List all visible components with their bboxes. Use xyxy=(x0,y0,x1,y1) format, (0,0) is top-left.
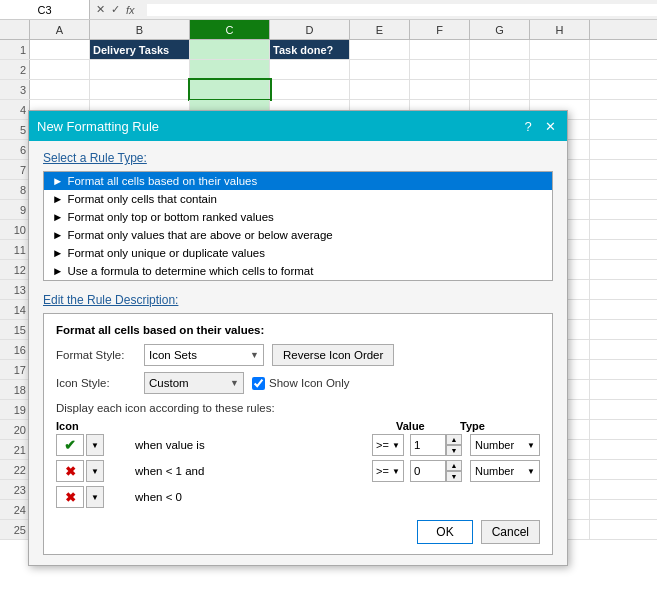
rule-type-arrow-2: ► xyxy=(52,193,63,205)
rule-type-item-4[interactable]: ► Format only values that are above or b… xyxy=(44,226,552,244)
format-style-label: Format Style: xyxy=(56,349,136,361)
cell-H2[interactable] xyxy=(530,60,590,79)
rule-type-item-3[interactable]: ► Format only top or bottom ranked value… xyxy=(44,208,552,226)
cancel-button[interactable]: Cancel xyxy=(481,520,540,544)
cell-E2[interactable] xyxy=(350,60,410,79)
cell-H1[interactable] xyxy=(530,40,590,59)
cell-F2[interactable] xyxy=(410,60,470,79)
spin-up-1[interactable]: ▲ xyxy=(446,434,462,445)
check-icon: ✔ xyxy=(64,437,76,453)
column-headers: A B C D E F G H xyxy=(0,20,657,40)
cell-D1[interactable]: Task done? xyxy=(270,40,350,59)
format-all-cells-title: Format all cells based on their values: xyxy=(56,324,540,336)
op-arrow-2: ▼ xyxy=(392,467,400,476)
value-input-1[interactable] xyxy=(411,435,445,455)
type-dropdown-2[interactable]: Number ▼ xyxy=(470,460,540,482)
show-icon-only-checkbox[interactable] xyxy=(252,377,265,390)
operator-value-1: >= xyxy=(376,439,389,451)
format-style-dropdown[interactable]: Icon Sets ▼ xyxy=(144,344,264,366)
icon-rule-row-2: ✖ ▼ when < 1 and >= ▼ ▲ ▼ Numb xyxy=(56,460,540,482)
dialog-footer: OK Cancel xyxy=(56,520,540,544)
icon-display-3: ✖ xyxy=(56,486,84,508)
col-header-A: A xyxy=(30,20,90,39)
icon-style-dropdown[interactable]: Custom ▼ xyxy=(144,372,244,394)
cell-C1[interactable] xyxy=(190,40,270,59)
reverse-icon-order-button[interactable]: Reverse Icon Order xyxy=(272,344,394,366)
icon-dropdown-btn-1[interactable]: ▼ xyxy=(86,434,104,456)
rule-type-item-1[interactable]: ► Format all cells based on their values xyxy=(44,172,552,190)
icon-style-arrow-icon: ▼ xyxy=(230,378,239,388)
type-dropdown-1[interactable]: Number ▼ xyxy=(470,434,540,456)
cell-G2[interactable] xyxy=(470,60,530,79)
ok-button[interactable]: OK xyxy=(417,520,472,544)
value-input-2[interactable] xyxy=(411,461,445,481)
col-header-C: C xyxy=(190,20,270,39)
rule-type-arrow-3: ► xyxy=(52,211,63,223)
icon-style-row: Icon Style: Custom ▼ Show Icon Only xyxy=(56,372,540,394)
format-style-row: Format Style: Icon Sets ▼ Reverse Icon O… xyxy=(56,344,540,366)
titlebar-buttons: ? ✕ xyxy=(519,117,559,135)
cell-A1[interactable] xyxy=(30,40,90,59)
rule-type-item-6[interactable]: ► Use a formula to determine which cells… xyxy=(44,262,552,280)
op-arrow-1: ▼ xyxy=(392,441,400,450)
cell-E3[interactable] xyxy=(350,80,410,99)
type-arrow-2: ▼ xyxy=(527,467,535,476)
display-rules-label: Display each icon according to these rul… xyxy=(56,402,540,414)
cell-C3[interactable] xyxy=(190,80,270,99)
value-spinner-2: ▲ ▼ xyxy=(445,460,462,482)
cell-B1[interactable]: Delivery Tasks xyxy=(90,40,190,59)
x-icon-3: ✖ xyxy=(65,490,76,505)
icon-cell-3: ✖ ▼ xyxy=(56,486,131,508)
col-header-E: E xyxy=(350,20,410,39)
rule-type-arrow-1: ► xyxy=(52,175,63,187)
value-col-header: Value xyxy=(396,420,456,432)
operator-dropdown-1[interactable]: >= ▼ xyxy=(372,434,404,456)
cell-C2[interactable] xyxy=(190,60,270,79)
formatting-rule-dialog: New Formatting Rule ? ✕ Select a Rule Ty… xyxy=(28,110,568,566)
rule-type-item-5[interactable]: ► Format only unique or duplicate values xyxy=(44,244,552,262)
cell-B3[interactable] xyxy=(90,80,190,99)
operator-dropdown-2[interactable]: >= ▼ xyxy=(372,460,404,482)
dialog-body: Select a Rule Type: ► Format all cells b… xyxy=(29,141,567,565)
cell-F1[interactable] xyxy=(410,40,470,59)
dialog-close-button[interactable]: ✕ xyxy=(541,117,559,135)
type-value-1: Number xyxy=(475,439,514,451)
icon-rule-row-3: ✖ ▼ when < 0 xyxy=(56,486,540,508)
table-row: 1 Delivery Tasks Task done? xyxy=(0,40,657,60)
rule-type-label-6: Use a formula to determine which cells t… xyxy=(67,265,313,277)
format-style-arrow-icon: ▼ xyxy=(250,350,259,360)
dialog-title: New Formatting Rule xyxy=(37,119,159,134)
cell-A2[interactable] xyxy=(30,60,90,79)
rule-type-item-2[interactable]: ► Format only cells that contain xyxy=(44,190,552,208)
cell-D3[interactable] xyxy=(270,80,350,99)
row-num: 2 xyxy=(0,60,30,79)
fx-icon[interactable]: fx xyxy=(124,4,137,16)
cell-D2[interactable] xyxy=(270,60,350,79)
cancel-formula-icon[interactable]: ✕ xyxy=(94,3,107,16)
cell-reference-input[interactable] xyxy=(0,0,90,19)
row-num: 1 xyxy=(0,40,30,59)
icon-style-value: Custom xyxy=(149,377,226,389)
cell-E1[interactable] xyxy=(350,40,410,59)
row-num: 4 xyxy=(0,100,30,119)
confirm-formula-icon[interactable]: ✓ xyxy=(109,3,122,16)
formula-input[interactable] xyxy=(147,4,657,16)
type-col-header: Type xyxy=(460,420,540,432)
col-header-B: B xyxy=(90,20,190,39)
icon-dropdown-btn-3[interactable]: ▼ xyxy=(86,486,104,508)
cell-H3[interactable] xyxy=(530,80,590,99)
cell-F3[interactable] xyxy=(410,80,470,99)
cell-A3[interactable] xyxy=(30,80,90,99)
cell-B2[interactable] xyxy=(90,60,190,79)
icon-col-header: Icon xyxy=(56,420,131,432)
condition-text-3: when < 0 xyxy=(135,491,540,503)
icon-dropdown-btn-2[interactable]: ▼ xyxy=(86,460,104,482)
col-header-D: D xyxy=(270,20,350,39)
spin-up-2[interactable]: ▲ xyxy=(446,460,462,471)
spin-down-2[interactable]: ▼ xyxy=(446,471,462,482)
cell-G3[interactable] xyxy=(470,80,530,99)
edit-rule-label: Edit the Rule Description: xyxy=(43,293,553,307)
cell-G1[interactable] xyxy=(470,40,530,59)
dialog-help-button[interactable]: ? xyxy=(519,117,537,135)
spin-down-1[interactable]: ▼ xyxy=(446,445,462,456)
